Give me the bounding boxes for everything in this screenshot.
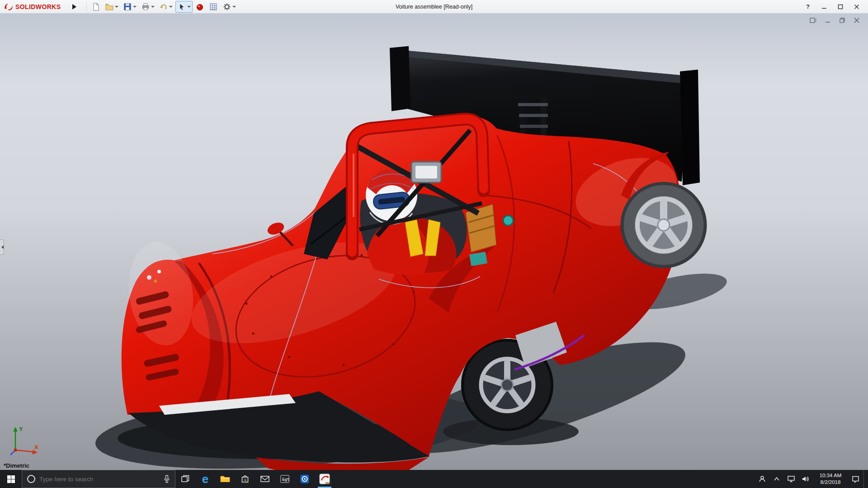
options-dropdown-caret[interactable]	[232, 6, 236, 9]
chevron-up-icon	[774, 477, 780, 481]
undo-icon	[159, 2, 168, 11]
new-document-icon	[91, 2, 100, 11]
triad-x-label: X	[34, 444, 38, 450]
windows-taskbar: e	[0, 470, 868, 488]
appearances-button[interactable]	[193, 1, 206, 13]
options-button[interactable]	[221, 1, 238, 13]
design-table-icon	[209, 2, 218, 11]
file-explorer-button[interactable]	[215, 470, 235, 488]
edge-icon: e	[202, 473, 208, 485]
solidworks-app-button[interactable]: 2017	[315, 470, 335, 488]
menu-expand-arrow[interactable]	[72, 4, 79, 9]
edrawings-button[interactable]	[295, 470, 315, 488]
taskbar-app-icons: e	[175, 470, 335, 488]
prompt-glyph: &gt;_	[282, 477, 290, 482]
volume-button[interactable]	[799, 470, 812, 488]
solidworks-logo: SOLIDWORKS	[0, 3, 64, 11]
collapse-arrow-icon	[0, 245, 4, 249]
center-mirror	[411, 162, 441, 183]
open-dropdown-caret[interactable]	[115, 6, 118, 9]
microphone-icon[interactable]	[163, 474, 170, 483]
file-explorer-icon	[220, 474, 231, 483]
car-body	[122, 115, 685, 470]
doc-window-close-button[interactable]	[852, 16, 862, 24]
teal-fuel-cap	[503, 216, 513, 225]
doc-restore-icon	[839, 17, 845, 23]
cortana-icon	[27, 474, 36, 483]
start-button[interactable]	[0, 470, 22, 488]
task-view-button[interactable]	[175, 470, 195, 488]
store-icon	[240, 474, 250, 484]
open-icon	[105, 2, 114, 11]
doc-minimize-icon	[825, 17, 831, 23]
save-button[interactable]	[121, 1, 138, 13]
close-button[interactable]	[850, 1, 863, 12]
graphics-area[interactable]: Y X *Dimetric	[0, 14, 868, 470]
brand-name: SOLIDWORKS	[15, 3, 61, 10]
hidden-icons-button[interactable]	[770, 470, 783, 488]
edrawings-icon	[300, 474, 310, 484]
select-tool-button[interactable]	[175, 1, 193, 13]
car-model-render	[0, 14, 868, 470]
document-window-controls	[808, 16, 862, 24]
undo-button[interactable]	[157, 1, 175, 13]
minimize-button[interactable]	[817, 1, 831, 12]
orientation-triad: Y X	[7, 424, 42, 458]
feature-panel-collapse-handle[interactable]	[0, 239, 4, 255]
print-button[interactable]	[139, 1, 156, 13]
maximize-button[interactable]	[834, 1, 847, 12]
people-button[interactable]	[756, 470, 769, 488]
open-button[interactable]	[103, 1, 120, 13]
command-prompt-icon: &gt;_	[280, 474, 290, 483]
help-button[interactable]: ?	[801, 1, 815, 12]
taskbar-search[interactable]	[22, 470, 175, 488]
toolbar-separator	[86, 2, 87, 11]
task-view-icon	[181, 474, 190, 483]
select-cursor-icon	[177, 2, 186, 11]
doc-window-maximize-button[interactable]	[837, 16, 847, 24]
gear-icon	[222, 2, 231, 11]
undo-dropdown-caret[interactable]	[169, 6, 173, 9]
maximize-icon	[838, 4, 843, 9]
network-button[interactable]	[785, 470, 797, 488]
action-center-icon	[851, 475, 860, 483]
store-button[interactable]	[235, 470, 255, 488]
doc-window-minimize-button[interactable]	[823, 16, 833, 24]
network-icon	[787, 475, 795, 483]
document-title: Voiture assemblee [Read-only]	[396, 0, 472, 14]
people-icon	[758, 475, 766, 483]
save-icon	[123, 2, 132, 11]
save-dropdown-caret[interactable]	[133, 6, 137, 9]
windows-logo-icon	[7, 475, 15, 483]
view-orientation-label: *Dimetric	[4, 462, 29, 469]
solidworks-version-badge: 2017	[326, 482, 332, 485]
close-icon	[854, 4, 859, 9]
speaker-icon	[802, 475, 810, 483]
select-dropdown-caret[interactable]	[187, 6, 191, 9]
clock-date: 8/2/2018	[814, 479, 847, 486]
solidworks-window: SOLIDWORKS	[0, 0, 868, 488]
system-tray: 10:34 AM 8/2/2018	[756, 470, 868, 488]
design-table-button[interactable]	[207, 1, 220, 13]
doc-close-icon	[854, 17, 860, 23]
taskbar-clock[interactable]: 10:34 AM 8/2/2018	[814, 472, 847, 486]
edge-button[interactable]: e	[195, 470, 215, 488]
mail-icon	[260, 475, 270, 483]
new-document-button[interactable]	[90, 1, 102, 13]
triad-y-label: Y	[19, 426, 23, 432]
mail-button[interactable]	[255, 470, 275, 488]
clock-time: 10:34 AM	[814, 472, 847, 479]
taskbar-search-input[interactable]	[39, 476, 160, 483]
show-desktop-button[interactable]	[863, 470, 866, 488]
doc-window-restore-left-button[interactable]	[808, 16, 818, 24]
rear-right-wheel	[621, 182, 707, 268]
action-center-button[interactable]	[849, 470, 862, 488]
print-dropdown-caret[interactable]	[151, 6, 155, 9]
dock-window-icon	[810, 17, 817, 23]
ds-logo-icon	[4, 3, 14, 11]
minimize-icon	[821, 4, 827, 9]
window-controls: ?	[801, 1, 868, 12]
appearance-sphere-icon	[195, 2, 204, 11]
print-icon	[141, 2, 150, 11]
command-prompt-button[interactable]: &gt;_	[275, 470, 295, 488]
